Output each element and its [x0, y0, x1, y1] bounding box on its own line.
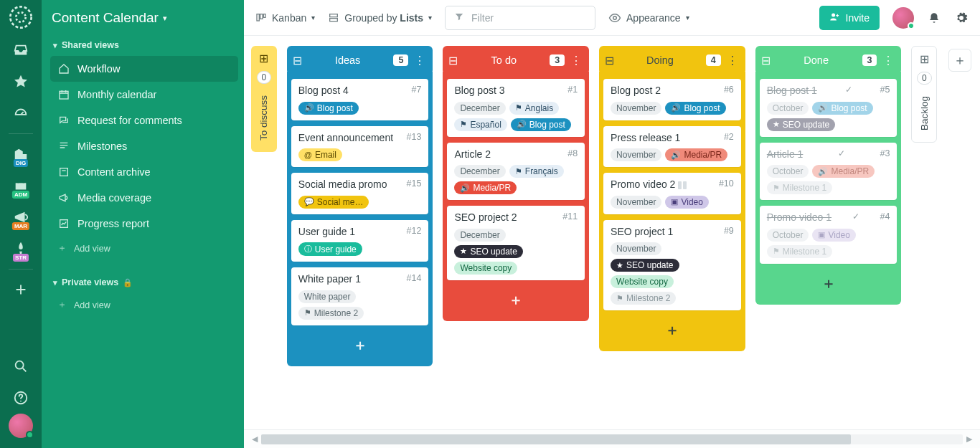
column-body: Blog post 1✓#5October🔊Blog post★SEO upda… [755, 72, 902, 305]
sidebar-item-monthly-calendar[interactable]: Monthly calendar [50, 82, 238, 108]
view-switch[interactable]: Kanban▾ [255, 12, 315, 24]
sidebar-item-workflow[interactable]: Workflow [50, 56, 238, 82]
add-card-button[interactable]: ＋ [760, 270, 897, 300]
column-header-doing[interactable]: ⊟Doing4⋮ [599, 46, 745, 75]
rail-workspace-adm[interactable]: ADM [0, 170, 42, 201]
card-title: Blog post 2 [611, 85, 661, 97]
collapse-icon[interactable]: ⊟ [448, 54, 458, 67]
card-tag: November [611, 196, 661, 209]
shared-views-header[interactable]: ▾Shared views [50, 36, 238, 56]
rail-inbox[interactable] [0, 34, 42, 66]
rail-workspace-dig[interactable]: DIG [0, 138, 42, 170]
app-logo[interactable] [9, 6, 32, 29]
card-title: White paper 1 [298, 273, 361, 286]
kanban-card[interactable]: Event announcement#13@Email [291, 126, 429, 168]
add-card-button[interactable]: ＋ [291, 331, 429, 362]
kanban-card[interactable]: Press release 1#2November🔊Media/PR [603, 126, 741, 168]
horizontal-scrollbar[interactable]: ◀▶ [244, 429, 980, 448]
kanban-card[interactable]: Blog post 2#6November🔊Blog post [603, 79, 741, 120]
column-title: Backlog [919, 90, 930, 136]
rail-search[interactable] [0, 351, 42, 382]
filter-input-wrapper[interactable] [445, 6, 595, 30]
card-tag: November [611, 102, 661, 115]
rail-avatar[interactable] [9, 414, 33, 438]
sidebar-item-progress-report[interactable]: Progress report [50, 211, 238, 237]
expand-icon: ⊞ [259, 52, 268, 65]
kanban-card[interactable]: User guide 1#12ⓘUser guide [291, 220, 429, 262]
card-title: Article 1 [767, 148, 804, 161]
rail-workspace-mar[interactable]: MAR [0, 201, 42, 233]
card-tag: ⚑Français [509, 165, 564, 178]
column-collapsed-backlog[interactable]: ⊞0Backlog [911, 46, 937, 143]
column-menu-icon[interactable]: ⋮ [725, 54, 740, 67]
card-title: Blog post 1 [767, 85, 817, 97]
collapse-icon[interactable]: ⊟ [761, 54, 771, 67]
appearance[interactable]: Appearance▾ [608, 11, 689, 24]
card-tag: ⚑Milestone 1 [767, 181, 832, 194]
invite-button[interactable]: Invite [819, 6, 880, 30]
add-card-button[interactable]: ＋ [603, 316, 741, 347]
column-header-ideas[interactable]: ⊟Ideas5⋮ [287, 46, 433, 75]
card-tags: December⚑Français🔊Media/PR [454, 165, 578, 194]
kanban-card[interactable]: SEO project 1#9November★SEO updateWebsit… [603, 220, 741, 311]
card-tag: 🔊Media/PR [454, 181, 517, 194]
add-card-button[interactable]: ＋ [447, 286, 585, 317]
collapse-icon[interactable]: ⊟ [605, 54, 614, 67]
card-tags: October🔊Blog post★SEO update [767, 102, 890, 131]
rail-workspace-str[interactable]: STR [0, 233, 42, 264]
card-tag: October [767, 229, 809, 242]
rail-add[interactable] [0, 274, 42, 305]
topbar: Kanban▾ Grouped by Lists▾ Appearance▾ In… [244, 0, 980, 36]
add-view-private[interactable]: ＋Add view [50, 293, 238, 317]
kanban-card[interactable]: Social media promo#15💬Social me… [291, 173, 429, 214]
card-tag: ▣Video [665, 196, 708, 209]
kanban-card[interactable]: Article 2#8December⚑Français🔊Media/PR [447, 143, 585, 201]
sidebar: Content Calendar▾ ▾Shared views Workflow… [42, 0, 244, 448]
svg-rect-9 [263, 14, 265, 17]
column-count: 5 [393, 54, 408, 66]
kanban-card[interactable]: Article 1✓#3October🔊Media/PR⚑Milestone 1 [760, 143, 897, 201]
private-views-header[interactable]: ▾Private views 🔒 [50, 273, 238, 293]
column-menu-icon[interactable]: ⋮ [569, 54, 583, 67]
card-tag: 🔊Blog post [511, 118, 571, 131]
settings-icon[interactable] [954, 11, 969, 25]
kanban-card[interactable]: Blog post 3#1December⚑Anglais⚑Español🔊Bl… [447, 79, 585, 137]
eye-icon [608, 11, 621, 24]
kanban-card[interactable]: Blog post 4#7🔊Blog post [291, 79, 429, 120]
topbar-avatar[interactable] [892, 7, 914, 29]
rail-dashboard[interactable] [0, 97, 42, 129]
add-column-button[interactable]: ＋ [948, 49, 971, 72]
kanban-card[interactable]: SEO project 2#11December★SEO updateWebsi… [447, 206, 585, 280]
card-title: Blog post 4 [298, 85, 349, 97]
kanban-card[interactable]: Promo video 1✓#4October▣Video⚑Milestone … [760, 206, 897, 264]
group-by[interactable]: Grouped by Lists▾ [328, 12, 432, 24]
kanban-card[interactable]: Promo video 2#10November▣Video [603, 173, 741, 214]
column-menu-icon[interactable]: ⋮ [413, 54, 427, 67]
card-tags: November▣Video [611, 196, 734, 209]
card-id: #8 [567, 148, 578, 158]
kanban-card[interactable]: White paper 1#14White paper⚑Milestone 2 [291, 267, 429, 325]
card-tag: ★SEO update [611, 259, 679, 272]
column-menu-icon[interactable]: ⋮ [881, 54, 895, 67]
column-collapsed-to-discuss[interactable]: ⊞0To discuss [251, 46, 277, 152]
filter-input[interactable] [471, 12, 586, 24]
card-tags: October🔊Media/PR⚑Milestone 1 [767, 165, 890, 194]
kanban-icon [255, 12, 267, 24]
sidebar-item-content-archive[interactable]: Content archive [50, 159, 238, 185]
workspace-title[interactable]: Content Calendar▾ [50, 7, 238, 36]
sidebar-item-milestones[interactable]: Milestones [50, 133, 238, 159]
card-id: #5 [880, 85, 890, 95]
sidebar-item-request-for-comments[interactable]: Request for comments [50, 108, 238, 133]
kanban-card[interactable]: Blog post 1✓#5October🔊Blog post★SEO upda… [760, 79, 897, 137]
sidebar-item-media-coverage[interactable]: Media coverage [50, 185, 238, 211]
column-header-to-do[interactable]: ⊟To do3⋮ [443, 46, 589, 75]
rail-help[interactable] [0, 382, 42, 414]
rail-star[interactable] [0, 66, 42, 97]
card-tag: 🔊Media/PR [812, 165, 875, 178]
collapse-icon[interactable]: ⊟ [293, 54, 302, 67]
card-id: #14 [407, 273, 422, 283]
column-header-done[interactable]: ⊟Done3⋮ [755, 46, 902, 75]
filter-icon [454, 11, 464, 24]
notifications-icon[interactable] [927, 11, 941, 25]
add-view-shared[interactable]: ＋Add view [50, 237, 238, 260]
